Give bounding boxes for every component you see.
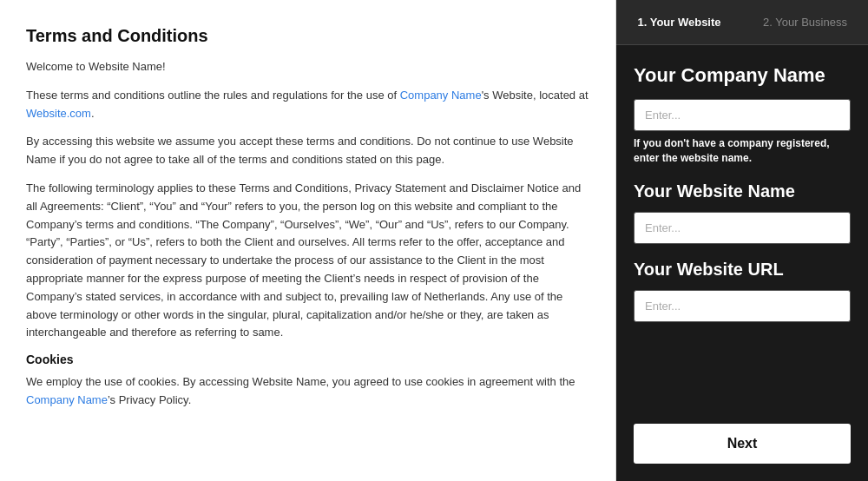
- terms-title: Terms and Conditions: [26, 26, 589, 46]
- terms-paragraph3: The following terminology applies to the…: [26, 180, 589, 342]
- cookies-before: We employ the use of cookies. By accessi…: [26, 375, 575, 388]
- company-name-input[interactable]: [634, 99, 851, 131]
- terms-paragraph1: These terms and conditions outline the r…: [26, 87, 589, 123]
- cookies-title: Cookies: [26, 353, 589, 366]
- terms-p1-after: 's Website, located at: [482, 89, 589, 102]
- terms-paragraph2: By accessing this website we assume you …: [26, 133, 589, 169]
- website-name-title: Your Website Name: [634, 181, 851, 201]
- company-name-link2[interactable]: Company Name: [26, 393, 108, 406]
- tab-your-business[interactable]: 2. Your Business: [742, 0, 868, 44]
- terms-cookies: We employ the use of cookies. By accessi…: [26, 373, 589, 410]
- form-content: Your Company Name If you don't have a co…: [616, 45, 868, 410]
- page-container: Terms and Conditions Welcome to Website …: [0, 0, 868, 481]
- form-panel: 1. Your Website 2. Your Business Your Co…: [616, 0, 868, 481]
- website-url-title: Your Website URL: [634, 260, 851, 280]
- company-name-link1[interactable]: Company Name: [400, 89, 482, 102]
- terms-p1-end: .: [91, 107, 95, 120]
- tab-your-website-label: 1. Your Website: [637, 16, 720, 29]
- website-com-link[interactable]: Website.com: [26, 107, 91, 120]
- company-name-title: Your Company Name: [634, 64, 851, 87]
- terms-panel: Terms and Conditions Welcome to Website …: [0, 0, 616, 481]
- tab-your-business-label: 2. Your Business: [763, 16, 847, 29]
- tab-your-website[interactable]: 1. Your Website: [616, 0, 742, 44]
- terms-intro: Welcome to Website Name!: [26, 58, 589, 76]
- website-name-input[interactable]: [634, 212, 851, 244]
- next-button-container: Next: [616, 410, 868, 481]
- terms-p1-before: These terms and conditions outline the r…: [26, 89, 400, 102]
- website-url-input[interactable]: [634, 290, 851, 322]
- next-button[interactable]: Next: [634, 424, 851, 464]
- company-name-hint: If you don't have a company registered, …: [634, 136, 851, 166]
- cookies-after: ’s Privacy Policy.: [108, 393, 191, 406]
- tabs-bar: 1. Your Website 2. Your Business: [616, 0, 868, 45]
